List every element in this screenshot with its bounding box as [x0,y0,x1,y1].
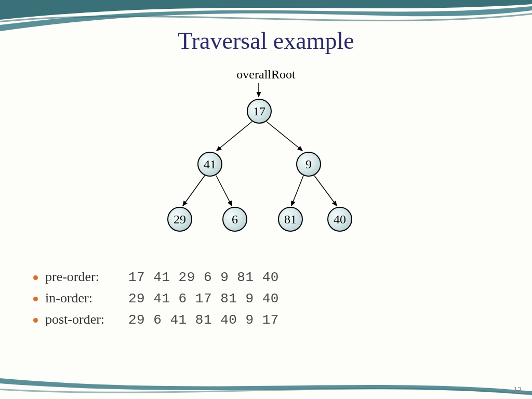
list-item: pre-order: 17 41 29 6 9 81 40 [33,269,279,285]
traversal-label: pre-order: [45,269,128,285]
tree-node: 9 [296,152,321,177]
tree-node-root: 17 [247,99,272,124]
svg-line-1 [217,122,252,151]
traversal-label: post-order: [45,312,128,327]
svg-line-2 [267,122,302,151]
svg-line-4 [216,176,232,206]
bullet-icon [33,275,38,280]
list-item: in-order: 29 41 6 17 81 9 40 [33,290,279,307]
svg-line-5 [291,176,303,206]
wave-bottom-decoration [0,373,532,399]
bullet-icon [33,318,38,323]
traversal-label: in-order: [45,290,128,306]
traversal-sequence: 17 41 29 6 9 81 40 [128,270,279,285]
tree-node: 81 [278,207,303,232]
root-label: overallRoot [0,68,532,82]
tree-node: 41 [197,152,222,177]
traversal-list: pre-order: 17 41 29 6 9 81 40 in-order: … [33,269,279,333]
svg-line-6 [314,176,337,206]
traversal-sequence: 29 6 41 81 40 9 17 [128,312,279,328]
page-number: 12 [513,385,522,395]
list-item: post-order: 29 6 41 81 40 9 17 [33,312,279,328]
tree-node: 6 [222,207,247,232]
slide-title: Traversal example [0,27,532,55]
tree-node: 29 [167,207,192,232]
svg-line-3 [183,176,205,206]
binary-tree-diagram: 17 41 9 29 6 81 40 [145,82,374,248]
traversal-sequence: 29 41 6 17 81 9 40 [128,291,279,307]
bullet-icon [33,297,38,301]
tree-node: 40 [327,207,352,232]
